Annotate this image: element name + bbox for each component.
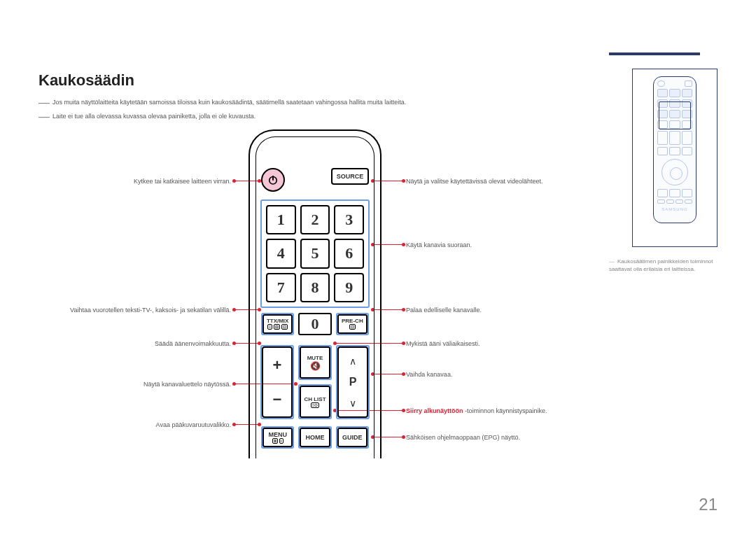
mini-r5 xyxy=(657,131,692,145)
dot xyxy=(402,409,405,412)
source-button: SOURCE xyxy=(331,168,369,185)
dot xyxy=(402,179,405,183)
prech-button: PRE-CH ⊡ xyxy=(336,313,369,335)
note-2-text: Laite ei tue alla olevassa kuvassa oleva… xyxy=(52,113,255,120)
mini-r6 xyxy=(657,147,692,155)
mini-remote-frame: SAMSUNG xyxy=(632,69,718,247)
ttx-sub-icons: ≡⊟⊡ xyxy=(267,324,288,330)
prech-sub-icon: ⊡ xyxy=(349,324,356,330)
dot xyxy=(402,308,405,311)
num-0: 0 xyxy=(298,313,331,335)
dot xyxy=(232,382,236,386)
note-2: ―Laite ei tue alla olevassa kuvassa olev… xyxy=(38,111,255,123)
num-3: 3 xyxy=(334,205,364,234)
mini-top-row xyxy=(657,80,692,87)
dot xyxy=(402,435,405,439)
channel-rocker: ∧ P ∨ xyxy=(336,345,370,419)
mini-note-dash: ― xyxy=(609,258,617,265)
chan-up: ∧ xyxy=(339,348,367,374)
center-stack: MUTE 🔇 CH LIST ≡⊙ xyxy=(298,345,332,419)
menu-label: MENU xyxy=(268,431,287,438)
bottom-row: MENU Ⅲi HOME GUIDE xyxy=(261,426,369,449)
callout-chlist: Näytä kanavaluettelo näytössä. xyxy=(38,381,231,388)
power-button xyxy=(261,168,285,192)
home-label: HOME xyxy=(300,428,330,447)
callout-vol: Säädä äänenvoimakkuutta. xyxy=(38,340,231,347)
ttxmix-label: TTX/MIX xyxy=(267,318,289,324)
chlist-sub-icon: ≡⊙ xyxy=(311,402,320,408)
menu-button: MENU Ⅲi xyxy=(261,426,294,449)
num-4: 4 xyxy=(266,239,296,268)
note-1-text: Jos muita näyttölaitteita käytetään samo… xyxy=(52,99,406,106)
callout-chan: Vaihda kanavaa. xyxy=(406,371,602,378)
mini-brand: SAMSUNG xyxy=(657,207,692,211)
dot xyxy=(402,342,405,345)
chlist-label: CH LIST xyxy=(304,396,326,402)
callout-source: Näytä ja valitse käytettävissä olevat vi… xyxy=(406,178,602,185)
prech-label: PRE-CH xyxy=(342,318,363,324)
dot xyxy=(232,308,236,311)
num-2: 2 xyxy=(300,205,330,234)
chan-down: ∨ xyxy=(339,390,367,416)
header-rule xyxy=(609,52,700,55)
mini-source xyxy=(685,80,692,87)
chlist-button: CH LIST ≡⊙ xyxy=(298,384,332,419)
callout-numpad: Käytä kanavia suoraan. xyxy=(406,241,602,248)
mini-dpad xyxy=(662,159,688,185)
mute-icon: 🔇 xyxy=(310,361,321,371)
callout-ttx: Vaihtaa vuorotellen teksti-TV-, kaksois-… xyxy=(38,307,231,314)
mini-note: ―Kaukosäätimen painikkeiden toiminnot sa… xyxy=(609,258,718,273)
note-1: ―Jos muita näyttölaitteita käytetään sam… xyxy=(38,97,406,109)
dot xyxy=(232,342,236,345)
menu-sub-icons: Ⅲi xyxy=(272,438,284,444)
row-ttx-zero-prech: TTX/MIX ≡⊟⊡ 0 PRE-CH ⊡ xyxy=(261,313,369,335)
mini-remote: SAMSUNG xyxy=(653,76,696,223)
vol-up: + xyxy=(263,348,291,382)
volume-rocker: + − xyxy=(260,345,294,419)
mini-power xyxy=(657,80,665,87)
callout-prech: Palaa edelliselle kanavalle. xyxy=(406,307,602,314)
mini-color-row xyxy=(657,199,692,204)
callout-home: Siirry alkunäyttöön -toiminnon käynnisty… xyxy=(406,407,602,414)
callout-mute: Mykistä ääni väliaikaisesti. xyxy=(406,340,602,347)
page: Kaukosäädin ―Jos muita näyttölaitteita k… xyxy=(0,0,756,534)
ttxmix-button: TTX/MIX ≡⊟⊡ xyxy=(261,313,294,335)
callout-guide: Sähköisen ohjelmaoppaan (EPG) näyttö. xyxy=(406,434,602,441)
callout-home-post: -toiminnon käynnistyspainike. xyxy=(463,407,547,414)
dot xyxy=(402,243,405,246)
mini-numpad-1 xyxy=(657,89,692,97)
remote-diagram: SOURCE 1 2 3 4 5 6 7 8 9 TTX/MIX ≡⊟⊡ 0 P… xyxy=(248,129,382,458)
num-5: 5 xyxy=(300,239,330,268)
mini-r7 xyxy=(657,189,692,197)
mute-label: MUTE xyxy=(307,355,323,361)
num-7: 7 xyxy=(266,273,296,302)
page-number: 21 xyxy=(699,495,718,514)
chan-p: P xyxy=(339,374,367,390)
num-8: 8 xyxy=(300,273,330,302)
num-6: 6 xyxy=(334,239,364,268)
home-button: HOME xyxy=(298,426,331,449)
dot xyxy=(402,372,405,376)
guide-label: GUIDE xyxy=(337,428,368,447)
callout-power: Kytkee tai katkaisee laitteen virran. xyxy=(38,178,231,185)
mini-highlight-box xyxy=(659,101,691,129)
callout-home-highlight: Siirry alkunäyttöön xyxy=(406,407,463,414)
mute-button: MUTE 🔇 xyxy=(298,345,332,380)
power-icon xyxy=(267,174,279,186)
guide-button: GUIDE xyxy=(336,426,369,449)
dot xyxy=(232,179,236,183)
callout-menu: Avaa pääkuvaruutuvalikko. xyxy=(38,421,231,428)
mid-row: + − MUTE 🔇 CH LIST ≡⊙ xyxy=(260,341,370,419)
number-pad: 1 2 3 4 5 6 7 8 9 xyxy=(260,199,370,308)
vol-down: − xyxy=(263,382,291,416)
dot xyxy=(232,423,236,426)
mini-note-text: Kaukosäätimen painikkeiden toiminnot saa… xyxy=(609,258,713,272)
num-1: 1 xyxy=(266,205,296,234)
num-9: 9 xyxy=(334,273,364,302)
page-title: Kaukosäädin xyxy=(38,71,134,90)
